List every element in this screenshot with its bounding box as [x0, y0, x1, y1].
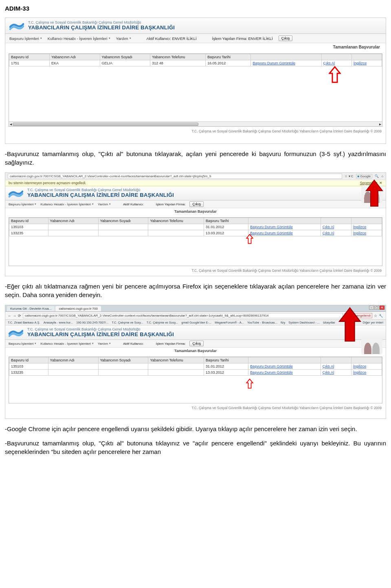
url-field[interactable]: calismaizni.csgb.gov.tr:7007/CSGB_YABANC… [23, 313, 343, 318]
link-cikti[interactable]: Çıktı Al [321, 363, 351, 370]
menu-basvuru[interactable]: Başvuru İşlemleri [9, 342, 36, 346]
table-row: 13323513.03.2012 Başvuru Durum Görüntüle… [9, 370, 382, 376]
table-row: 13510331.01.2012 Başvuru Durum Görüntüle… [9, 224, 382, 230]
red-arrow-icon [246, 234, 254, 244]
popup-blocked-bar: bu sitenin istenmeyen pencere açmasını e… [5, 180, 386, 186]
red-arrow-icon [246, 379, 254, 389]
exit-button[interactable]: Çıkış [279, 35, 293, 41]
paragraph-1: -Başvurunuz tamamlanmış olup, "Çıktı al"… [5, 150, 386, 167]
applications-table: Başvuru Id Yabancının Adı Yabancının Soy… [9, 53, 382, 127]
firm-label: İşlem Yapılan Firma: ENVER İLİKLİ [212, 36, 273, 41]
table-row: 13323513.03.2012 Başvuru Durum Görüntüle… [9, 230, 382, 236]
menu-kullanici[interactable]: Kullanıcı Hesabı - İşveren İşlemleri [40, 342, 94, 346]
menu-kullanici[interactable]: Kullanıcı Hesabı - İşveren İşlemleri [48, 36, 110, 41]
link-cikti[interactable]: Çıktı Al [321, 370, 351, 376]
th-id: Başvuru Id [9, 54, 50, 60]
firm-label: İşlem Yapılan Firma: [156, 342, 186, 346]
link-durum[interactable]: Başvuru Durum Görüntüle [248, 230, 321, 236]
active-user-label: Aktif Kullanıcı: ENVER İLİKLİ [147, 36, 197, 41]
link-cikti[interactable]: Çıktı Al [321, 224, 351, 230]
screenshot-1: T.C. Çalışma ve Sosyal Güvenlik Bakanlığ… [5, 18, 386, 144]
link-durum[interactable]: Başvuru Durum Görüntüle [248, 370, 321, 376]
sub-header: Tamamlanan Başvurular [5, 348, 386, 354]
table-row: 1751 EKA GELIA 312 48 16.05.2012 Başvuru… [9, 60, 382, 66]
active-user-label: Aktif Kullanıcı: [123, 203, 144, 206]
sub-header: Tamamlanan Başvurular [5, 208, 386, 215]
active-user-label: Aktif Kullanıcı: [123, 342, 144, 346]
ministry-logo-icon [9, 188, 23, 198]
ministry-logo-icon [9, 327, 23, 338]
exit-button[interactable]: Çıkış [189, 341, 204, 346]
link-ing[interactable]: İngilizce [351, 60, 382, 66]
people-photo [361, 337, 382, 354]
link-cikti[interactable]: Çıktı Al [321, 230, 351, 236]
url-field[interactable]: calismaizni.csgb.gov.tr:7007/CSGB_YABANC… [8, 174, 342, 179]
footer: T.C. Çalışma ve Sosyal Güvenlik Bakanlığ… [5, 403, 386, 412]
menu-basvuru[interactable]: Başvuru İşlemleri [9, 203, 36, 206]
back-icon[interactable]: ← [8, 314, 11, 318]
red-arrow-icon [329, 66, 341, 84]
chrome-tab[interactable]: Kuruma Git - Devletin Kısa... [7, 306, 55, 311]
dept-name: YABANCILARIN ÇALIŞMA İZİNLERİ DAİRE BAŞK… [27, 192, 174, 198]
chrome-tab[interactable]: calismaizni.csgb.gov.tr:700 [55, 306, 101, 311]
menu-yardim[interactable]: Yardım [98, 203, 111, 206]
paragraph-3: -Google Chrome için açılır pencere engel… [5, 425, 386, 433]
link-ing[interactable]: İngilizce [351, 370, 382, 376]
applications-table: Başvuru IdYabancının AdıYabancının Soyad… [9, 357, 382, 403]
reload-icon[interactable]: ⟳ [18, 314, 21, 318]
link-ing[interactable]: İngilizce [351, 224, 382, 230]
table-row: 13510331.01.2012 Başvuru Durum Görüntüle… [9, 363, 382, 370]
applications-table: Başvuru IdYabancının AdıYabancının Soyad… [9, 217, 382, 266]
link-durum[interactable]: Başvuru Durum Görüntüle [248, 363, 321, 370]
link-cikti[interactable]: Çıktı Al [321, 60, 351, 66]
scrollbar[interactable]: ◂▸ [9, 121, 382, 126]
footer: T.C. Çalışma ve Sosyal Güvenlik Bakanlığ… [5, 266, 386, 274]
bookmarks-bar: T.C. Ziraat Bankası A.Ş. Anasayfa - www.… [5, 320, 386, 326]
th-ad: Yabancının Adı [49, 54, 100, 60]
screenshot-2: calismaizni.csgb.gov.tr:7007/CSGB_YABANC… [5, 172, 386, 276]
firm-label: İşlem Yapılan Firma: [156, 203, 186, 206]
screenshot-3: –▢✕ Kuruma Git - Devletin Kısa... calism… [5, 305, 386, 419]
red-arrow-icon [338, 307, 361, 333]
menu-kullanici[interactable]: Kullanıcı Hesabı - İşveren İşlemleri [40, 203, 94, 206]
paragraph-4: -Başvurunuz tamamlanmış olup, "Çıktı al"… [5, 439, 386, 456]
th-tarih: Başvuru Tarihi [206, 54, 251, 60]
menu-yardim[interactable]: Yardım [116, 36, 131, 41]
sub-header: Tamamlanan Başvurular [5, 43, 386, 50]
dept-name: YABANCILARIN ÇALIŞMA İZİNLERİ DAİRE BAŞK… [28, 25, 175, 31]
ministry-logo-icon [9, 20, 24, 31]
exit-button[interactable]: Çıkış [189, 201, 204, 207]
th-tel: Yabancının Telefonu [150, 54, 206, 60]
th-soyad: Yabancının Soyadı [100, 54, 150, 60]
window-buttons[interactable]: –▢✕ [369, 306, 384, 310]
link-durum[interactable]: Başvuru Durum Görüntüle [251, 60, 321, 66]
menu-yardim[interactable]: Yardım [98, 342, 111, 346]
link-ing[interactable]: İngilizce [351, 363, 382, 370]
red-arrow-icon [365, 179, 383, 208]
dept-name: YABANCILARIN ÇALIŞMA İZİNLERİ DAİRE BAŞK… [27, 332, 174, 337]
link-durum[interactable]: Başvuru Durum Görüntüle [248, 224, 321, 230]
paragraph-2: -Eğer çıktı alı tıklatmanıza rağmen yeni… [5, 282, 386, 299]
fwd-icon[interactable]: → [13, 314, 17, 318]
step-title: ADIM-33 [5, 5, 386, 12]
menu-basvuru[interactable]: Başvuru İşlemleri [9, 36, 42, 41]
footer: T.C. Çalışma ve Sosyal Güvenlik Bakanlığ… [5, 127, 386, 135]
link-ing[interactable]: İngilizce [351, 230, 382, 236]
